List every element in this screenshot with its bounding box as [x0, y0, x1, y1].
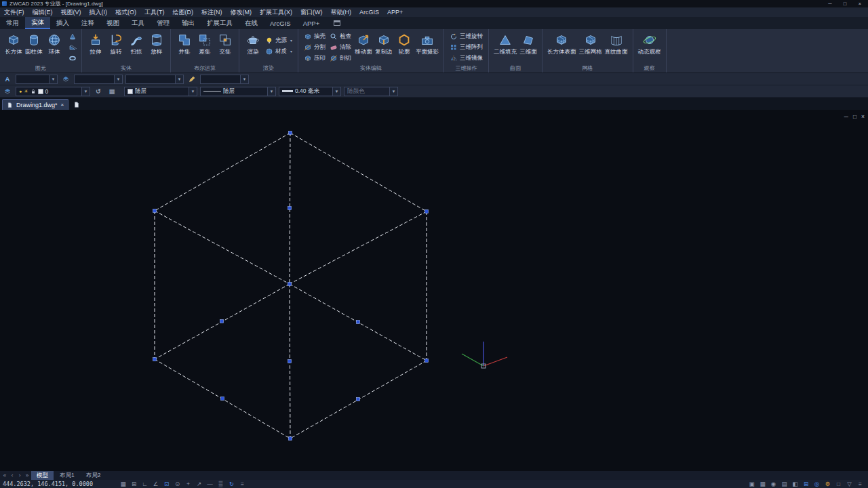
model-space-icon[interactable]: ▣ — [747, 480, 757, 488]
menu-item-file[interactable]: 文件(F) — [0, 7, 28, 17]
layer-manager-button[interactable] — [2, 87, 13, 96]
last-tab-button[interactable]: » — [24, 472, 31, 479]
imprint-button[interactable]: 压印 — [302, 53, 328, 63]
menu-item-app-plus[interactable]: APP+ — [383, 7, 407, 17]
mesh-3d-button[interactable]: 三维网格 — [578, 31, 604, 55]
selection-cycling-icon[interactable]: ↻ — [226, 480, 237, 488]
extrude-button[interactable]: 拉伸 — [85, 31, 106, 55]
hardware-acceleration-icon[interactable]: ⊞ — [801, 480, 811, 488]
menu-item-arcgis[interactable]: ArcGIS — [355, 7, 383, 17]
tab-output[interactable]: 输出 — [176, 17, 201, 29]
torus-button[interactable] — [66, 53, 78, 63]
grid-icon[interactable]: ⊞ — [129, 480, 139, 488]
box-button[interactable]: 长方体 — [3, 31, 24, 55]
light-button[interactable]: 光源 ▾ — [263, 35, 294, 45]
mirror-3d-button[interactable]: 三维镜像 — [448, 53, 485, 63]
snap-icon[interactable]: ▦ — [118, 480, 128, 488]
tab-model[interactable]: 模型 — [31, 471, 54, 480]
box-surface-button[interactable]: 长方体表面 — [546, 31, 578, 55]
cone-button[interactable] — [66, 31, 78, 41]
annotation-scale-icon[interactable]: ◉ — [768, 480, 778, 488]
drawing-restore-button[interactable]: □ — [853, 113, 856, 120]
grip[interactable] — [289, 131, 292, 135]
viewport-grid-icon[interactable]: ▦ — [757, 480, 768, 488]
copy-edge-button[interactable]: 复制边 — [374, 31, 394, 55]
clean-screen-icon[interactable]: □ — [833, 480, 844, 488]
settings-gear-icon[interactable]: ⚙ — [823, 480, 833, 488]
loft-button[interactable]: 放样 — [146, 31, 167, 55]
annotation-visibility-icon[interactable]: ▤ — [779, 480, 789, 488]
drawing-canvas[interactable]: ─ □ × — [0, 110, 868, 471]
layer-states-button[interactable]: ▦ — [106, 87, 117, 96]
menu-item-window[interactable]: 窗口(W) — [296, 7, 327, 17]
cube-edge[interactable] — [290, 133, 427, 211]
grip[interactable] — [220, 320, 224, 323]
layer-previous-button[interactable]: ↺ — [93, 87, 104, 96]
object-snap-tracking-icon[interactable]: ⊙ — [172, 480, 182, 488]
tab-express[interactable]: 扩展工具 — [201, 17, 239, 29]
tab-tools[interactable]: 工具 — [125, 17, 151, 29]
move-face-button[interactable]: 移动面 — [353, 31, 374, 55]
prev-tab-button[interactable]: ‹ — [9, 472, 16, 479]
array-3d-button[interactable]: 三维阵列 — [448, 42, 485, 52]
drawing-minimize-button[interactable]: ─ — [844, 113, 848, 120]
cube-edge[interactable] — [155, 211, 290, 284]
color-dropdown[interactable]: 随层 ▼ — [124, 87, 197, 96]
tab-arcgis[interactable]: ArcGIS — [264, 17, 297, 29]
menu-item-tools[interactable]: 工具(T) — [140, 7, 169, 17]
ortho-icon[interactable]: ∟ — [140, 480, 150, 488]
dynamic-input-icon[interactable]: ↗ — [194, 480, 204, 488]
grip[interactable] — [153, 358, 157, 361]
rotate-3d-button[interactable]: 三维旋转 — [448, 31, 485, 41]
subtract-button[interactable]: 差集 — [195, 31, 215, 55]
tab-view[interactable]: 视图 — [100, 17, 125, 29]
close-tab-icon[interactable]: × — [61, 102, 64, 108]
grip[interactable] — [357, 321, 360, 324]
ucs-display-icon[interactable]: ≡ — [237, 480, 248, 488]
shell-button[interactable]: 抽壳 — [302, 31, 328, 41]
workspace-switch-icon[interactable]: ◧ — [790, 480, 800, 488]
tab-app-plus[interactable]: APP+ — [297, 17, 326, 29]
tab-annotate[interactable]: 注释 — [75, 17, 100, 29]
menu-item-dimension[interactable]: 标注(N) — [197, 7, 226, 17]
cube-edge[interactable] — [155, 133, 290, 211]
minimize-button[interactable]: ─ — [824, 0, 836, 7]
wedge-button[interactable] — [66, 42, 78, 52]
menu-item-insert[interactable]: 插入(I) — [85, 7, 112, 17]
tab-layout1[interactable]: 布局1 — [54, 471, 80, 480]
clean-button[interactable]: 清除 — [328, 42, 353, 52]
close-button[interactable]: × — [854, 0, 866, 7]
polar-tracking-icon[interactable]: ∠ — [151, 480, 161, 488]
statusbar-menu-icon[interactable]: ≡ — [855, 480, 865, 488]
grip[interactable] — [289, 437, 292, 441]
grip[interactable] — [288, 360, 292, 363]
new-document-button[interactable] — [71, 100, 82, 110]
lineweight-display-icon[interactable]: — — [205, 480, 215, 488]
status-tray-icon[interactable]: ▽ — [844, 480, 854, 488]
isolate-objects-icon[interactable]: ◎ — [812, 480, 822, 488]
text-style-dropdown[interactable]: ▼ — [16, 75, 58, 84]
document-tab[interactable]: Drawing1.dwg* × — [2, 99, 68, 110]
flatshot-button[interactable]: 平面摄影 — [414, 31, 440, 55]
next-tab-button[interactable]: › — [16, 472, 23, 479]
dynamic-ucs-icon[interactable]: + — [183, 480, 193, 488]
menu-item-modify[interactable]: 修改(M) — [226, 7, 256, 17]
tab-online[interactable]: 在线 — [239, 17, 264, 29]
extract-outline-button[interactable]: 轮廓 — [394, 31, 414, 55]
object-snap-icon[interactable]: ⊡ — [161, 480, 172, 488]
table-style-dropdown[interactable]: ▼ — [125, 75, 184, 84]
cube-edge[interactable] — [290, 211, 427, 284]
dim-style-dropdown[interactable]: ▼ — [74, 75, 123, 84]
grip[interactable] — [288, 207, 292, 210]
grip[interactable] — [425, 359, 429, 363]
face-3d-button[interactable]: 三维面 — [518, 31, 538, 55]
sphere-button[interactable]: 球体 — [44, 31, 64, 55]
tab-layout2[interactable]: 布局2 — [81, 471, 106, 480]
check-button[interactable]: 检查 — [328, 31, 353, 41]
ruled-surface-button[interactable]: 直纹曲面 — [604, 31, 629, 55]
menu-item-draw[interactable]: 绘图(D) — [169, 7, 198, 17]
grip[interactable] — [425, 210, 429, 214]
lineweight-dropdown[interactable]: 0.40 毫米 ▼ — [279, 87, 341, 96]
drawing-close-button[interactable]: × — [861, 113, 865, 120]
material-button[interactable]: 材质 ▾ — [263, 46, 294, 56]
